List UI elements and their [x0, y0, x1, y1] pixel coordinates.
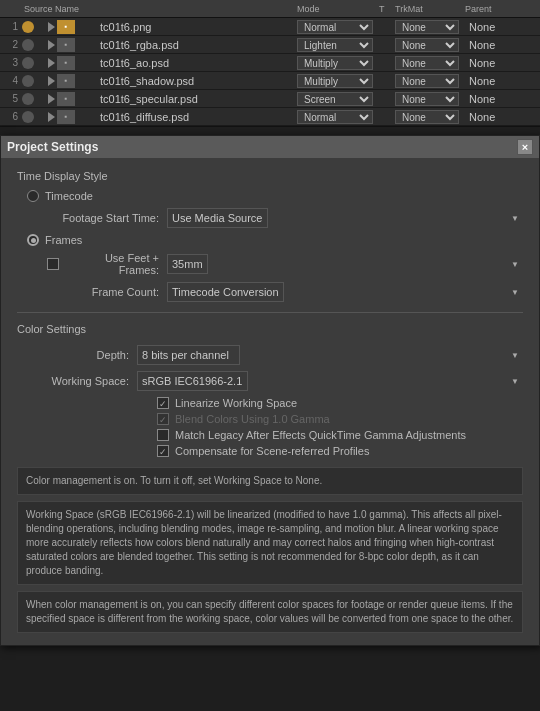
- visibility-icon[interactable]: [22, 111, 34, 123]
- match-legacy-row: Match Legacy After Effects QuickTime Gam…: [157, 429, 523, 441]
- depth-label: Depth:: [17, 349, 137, 361]
- visibility-icon[interactable]: [22, 39, 34, 51]
- depth-row: Depth: 8 bits per channel 16 bits per ch…: [17, 345, 523, 365]
- row-number: 4: [4, 75, 18, 86]
- working-space-info-text: Working Space (sRGB IEC61966-2.1) will b…: [26, 508, 514, 578]
- expand-icon[interactable]: [48, 112, 55, 122]
- layer-mode[interactable]: LightenNormalMultiplyScreen: [297, 38, 379, 52]
- layer-mode[interactable]: NormalLightenMultiplyScreen: [297, 20, 379, 34]
- expand-icon[interactable]: [48, 58, 55, 68]
- mode-select[interactable]: NormalLightenMultiplyScreen: [297, 20, 373, 34]
- compensate-checkbox[interactable]: [157, 445, 169, 457]
- mode-select[interactable]: ScreenNormalLightenMultiply: [297, 92, 373, 106]
- layer-name: tc01t6.png: [100, 21, 297, 33]
- color-info-box: Color management is on. To turn it off, …: [17, 467, 523, 495]
- expand-icon[interactable]: [48, 76, 55, 86]
- timecode-radio[interactable]: [27, 190, 39, 202]
- working-space-select[interactable]: sRGB IEC61966-2.1 None: [137, 371, 248, 391]
- depth-select[interactable]: 8 bits per channel 16 bits per channel 3…: [137, 345, 240, 365]
- layer-trkmat[interactable]: None: [395, 20, 465, 34]
- layer-trkmat[interactable]: None: [395, 56, 465, 70]
- layer-thumbnail: ▪: [57, 56, 75, 70]
- expand-icon[interactable]: [48, 40, 55, 50]
- frame-count-wrap: Timecode Conversion Start at 0 Start at …: [167, 282, 523, 302]
- trkmat-select[interactable]: None: [395, 20, 459, 34]
- layer-thumbnail: ▪: [57, 74, 75, 88]
- close-button[interactable]: ×: [517, 139, 533, 155]
- dialog-title: Project Settings: [7, 140, 98, 154]
- feet-frames-select[interactable]: 35mm 16mm: [167, 254, 208, 274]
- compensate-label: Compensate for Scene-referred Profiles: [175, 445, 369, 457]
- expand-icon[interactable]: [48, 22, 55, 32]
- match-legacy-checkbox[interactable]: [157, 429, 169, 441]
- color-mgmt-info-box: When color management is on, you can spe…: [17, 591, 523, 633]
- layer-trkmat[interactable]: None: [395, 74, 465, 88]
- header-source-name: Source Name: [4, 4, 79, 14]
- mode-select[interactable]: MultiplyNormalLightenScreen: [297, 74, 373, 88]
- layer-trkmat[interactable]: None: [395, 110, 465, 124]
- lock-icon: [36, 21, 46, 33]
- trkmat-select[interactable]: None: [395, 74, 459, 88]
- match-legacy-label: Match Legacy After Effects QuickTime Gam…: [175, 429, 466, 441]
- visibility-icon[interactable]: [22, 57, 34, 69]
- footage-start-time-row: Footage Start Time: Use Media Source 0: [47, 208, 523, 228]
- header-parent: Parent: [465, 4, 540, 14]
- header-icons: Source Name: [0, 3, 100, 14]
- visibility-icon[interactable]: [22, 75, 34, 87]
- layer-mode[interactable]: NormalLightenMultiplyScreen: [297, 110, 379, 124]
- trkmat-select[interactable]: None: [395, 38, 459, 52]
- blend-gamma-checkbox[interactable]: [157, 413, 169, 425]
- visibility-icon[interactable]: [22, 93, 34, 105]
- frames-label: Frames: [45, 234, 82, 246]
- table-row[interactable]: 3 ▪ tc01t6_ao.psd MultiplyNormalLightenS…: [0, 54, 540, 72]
- visibility-icon[interactable]: [22, 21, 34, 33]
- project-settings-dialog: Project Settings × Time Display Style Ti…: [0, 135, 540, 646]
- lock-icon: [36, 39, 46, 51]
- frame-count-select[interactable]: Timecode Conversion Start at 0 Start at …: [167, 282, 284, 302]
- row-icons: 4 ▪: [0, 74, 100, 88]
- layer-thumbnail: ▪: [57, 20, 75, 34]
- use-feet-frames-text: Use Feet + Frames:: [63, 252, 159, 276]
- use-feet-frames-checkbox[interactable]: [47, 258, 59, 270]
- table-row[interactable]: 4 ▪ tc01t6_shadow.psd MultiplyNormalLigh…: [0, 72, 540, 90]
- layer-mode[interactable]: MultiplyNormalLightenScreen: [297, 74, 379, 88]
- compensate-row: Compensate for Scene-referred Profiles: [157, 445, 523, 457]
- row-number: 2: [4, 39, 18, 50]
- trkmat-select[interactable]: None: [395, 56, 459, 70]
- header-t: T: [379, 4, 395, 14]
- frames-radio[interactable]: [27, 234, 39, 246]
- lock-icon: [36, 93, 46, 105]
- depth-wrap: 8 bits per channel 16 bits per channel 3…: [137, 345, 523, 365]
- layer-trkmat[interactable]: None: [395, 92, 465, 106]
- working-space-label: Working Space:: [17, 375, 137, 387]
- layer-trkmat[interactable]: None: [395, 38, 465, 52]
- lock-icon: [36, 75, 46, 87]
- layer-mode[interactable]: ScreenNormalLightenMultiply: [297, 92, 379, 106]
- linearize-row: Linearize Working Space: [157, 397, 523, 409]
- trkmat-select[interactable]: None: [395, 92, 459, 106]
- mode-select[interactable]: LightenNormalMultiplyScreen: [297, 38, 373, 52]
- section-divider: [17, 312, 523, 313]
- lock-icon: [36, 111, 46, 123]
- layer-parent: None: [465, 57, 540, 69]
- table-row[interactable]: 5 ▪ tc01t6_specular.psd ScreenNormalLigh…: [0, 90, 540, 108]
- footage-start-time-wrap: Use Media Source 0: [167, 208, 523, 228]
- linearize-checkbox[interactable]: [157, 397, 169, 409]
- table-row[interactable]: 1 ▪ tc01t6.png NormalLightenMultiplyScre…: [0, 18, 540, 36]
- mode-select[interactable]: MultiplyNormalLightenScreen: [297, 56, 373, 70]
- layer-mode[interactable]: MultiplyNormalLightenScreen: [297, 56, 379, 70]
- table-row[interactable]: 2 ▪ tc01t6_rgba.psd LightenNormalMultipl…: [0, 36, 540, 54]
- trkmat-select[interactable]: None: [395, 110, 459, 124]
- layer-thumbnail: ▪: [57, 38, 75, 52]
- layer-parent: None: [465, 21, 540, 33]
- color-mgmt-info-text: When color management is on, you can spe…: [26, 598, 514, 626]
- time-display-section-label: Time Display Style: [17, 170, 523, 182]
- mode-select[interactable]: NormalLightenMultiplyScreen: [297, 110, 373, 124]
- row-icons: 6 ▪: [0, 110, 100, 124]
- linearize-label: Linearize Working Space: [175, 397, 297, 409]
- table-row[interactable]: 6 ▪ tc01t6_diffuse.psd NormalLightenMult…: [0, 108, 540, 126]
- footage-start-time-select[interactable]: Use Media Source 0: [167, 208, 268, 228]
- expand-icon[interactable]: [48, 94, 55, 104]
- blend-gamma-label: Blend Colors Using 1.0 Gamma: [175, 413, 330, 425]
- layer-name: tc01t6_ao.psd: [100, 57, 297, 69]
